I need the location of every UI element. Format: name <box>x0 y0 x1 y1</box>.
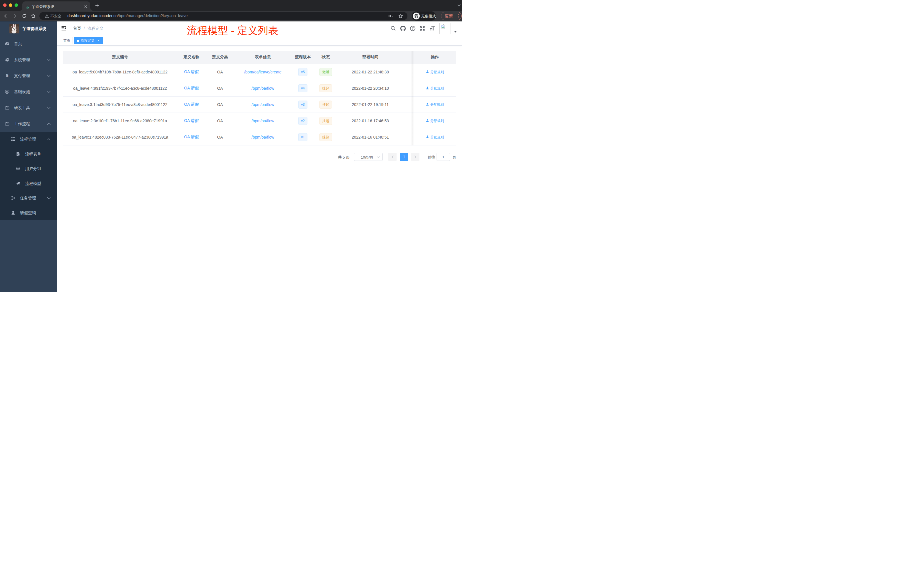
sidebar-item-workflow[interactable]: 工作流程 <box>0 116 57 132</box>
incognito-label: 无痕模式 <box>421 14 436 19</box>
col-header-id: 定义编号 <box>63 51 177 64</box>
page-number-1[interactable]: 1 <box>400 153 408 161</box>
col-header-filler <box>403 51 413 64</box>
assign-rule-button[interactable]: 分配规则 <box>426 119 444 123</box>
incognito-icon <box>413 13 420 20</box>
sidebar-item-label: 系统管理 <box>14 58 30 62</box>
fullscreen-icon[interactable] <box>420 26 425 31</box>
sidebar-item-system[interactable]: 系统管理 <box>0 52 57 68</box>
cell-action: 分配规则 <box>413 64 456 80</box>
address-bar[interactable]: 不安全 dashboard.yudao.iocoder.cn/bpm/manag… <box>40 12 408 20</box>
user-avatar-broken-image[interactable] <box>439 23 451 34</box>
sidebar-item-payment[interactable]: ¥ 支付管理 <box>0 68 57 84</box>
not-secure-label[interactable]: 不安全 <box>50 14 61 19</box>
tab-close-icon[interactable] <box>84 4 88 8</box>
breadcrumb-separator: / <box>84 26 85 31</box>
new-tab-button[interactable] <box>95 3 99 7</box>
tag-active-label: 流程定义 <box>81 39 94 43</box>
assign-rule-button[interactable]: 分配规则 <box>426 70 444 74</box>
version-badge: v3 <box>298 101 308 109</box>
cell-name: OA 请假 <box>177 64 206 80</box>
next-page-button[interactable] <box>411 153 419 161</box>
definition-name-link[interactable]: OA 请假 <box>184 102 198 107</box>
page-size-select[interactable]: 10条/页 <box>354 153 383 161</box>
tag-home[interactable]: 首页 <box>61 37 73 44</box>
cell-id: oa_leave:1:482ec033-762a-11ec-8477-a2380… <box>63 129 177 145</box>
table-header-row: 定义编号 定义名称 定义分类 表单信息 流程版本 状态 部署时间 操作 <box>63 51 456 64</box>
form-link[interactable]: /bpm/oa/flow <box>251 119 274 123</box>
bookmark-star-icon[interactable] <box>398 14 403 18</box>
cell-name: OA 请假 <box>177 96 206 112</box>
sidebar-item-home[interactable]: 首页 <box>0 36 57 52</box>
back-icon[interactable] <box>3 13 8 18</box>
assign-rule-button[interactable]: 分配规则 <box>426 102 444 107</box>
cell-form: /bpm/oa/flow <box>234 112 291 129</box>
chevron-down-icon <box>47 75 51 77</box>
cell-action: 分配规则 <box>413 80 456 96</box>
toolbox-icon <box>5 106 10 110</box>
cell-version: v3 <box>291 96 314 112</box>
browser-tab[interactable]: 芋道管理系统 <box>22 2 90 11</box>
sidebar-item-leave-query[interactable]: 请假查询 <box>0 205 57 220</box>
definition-name-link[interactable]: OA 请假 <box>184 86 198 90</box>
definition-name-link[interactable]: OA 请假 <box>184 135 198 139</box>
cell-category: OA <box>206 129 234 145</box>
home-icon[interactable] <box>31 13 36 18</box>
form-link[interactable]: /bpm/oa/flow <box>251 86 274 91</box>
avatar-dropdown-caret[interactable] <box>454 31 457 33</box>
breadcrumb-home[interactable]: 首页 <box>73 26 81 31</box>
assign-rule-button[interactable]: 分配规则 <box>426 86 444 90</box>
tag-active[interactable]: 流程定义× <box>74 37 103 44</box>
search-icon[interactable] <box>391 26 396 31</box>
sidebar-item-user-group[interactable]: 用户分组 <box>0 161 57 176</box>
form-link[interactable]: /bpm/oa/flow <box>251 102 274 107</box>
font-size-icon[interactable] <box>429 26 435 31</box>
browser-menu-icon[interactable] <box>457 14 459 18</box>
sidebar-item-process-model[interactable]: 流程模型 <box>0 176 57 191</box>
sidebar-submenu-workflow: 流程管理 流程表单 用户分组 <box>0 132 57 220</box>
sidebar-menu: 首页 系统管理 ¥ 支付管理 <box>0 36 57 220</box>
cell-status: 挂起 <box>314 112 337 129</box>
sidebar-item-task-management[interactable]: 任务管理 <box>0 191 57 205</box>
browser-tab-strip: 芋道管理系统 <box>0 0 462 11</box>
table-row: oa_leave:4:991f2193-7b7f-11ec-a3c8-acde4… <box>63 80 456 96</box>
tab-search-icon[interactable] <box>457 4 461 7</box>
table-row: oa_leave:3:1fad3d93-7b75-11ec-a3c8-acde4… <box>63 96 456 112</box>
briefcase-icon <box>5 121 10 126</box>
assign-rule-button[interactable]: 分配规则 <box>426 135 444 139</box>
update-label[interactable]: 更新 <box>445 14 453 19</box>
help-icon[interactable] <box>410 26 416 31</box>
sidebar-item-process-management[interactable]: 流程管理 <box>0 132 57 147</box>
sidebar-logo[interactable]: 芋道管理系统 <box>0 21 57 36</box>
pagination-unit-label: 页 <box>452 155 456 160</box>
sidebar-toggle-icon[interactable] <box>61 26 66 31</box>
not-secure-warning-icon[interactable] <box>45 14 49 18</box>
cell-form: /bpm/oa/leave/create <box>234 64 291 80</box>
definition-name-link[interactable]: OA 请假 <box>184 118 198 123</box>
macos-zoom-button[interactable] <box>15 3 18 7</box>
browser-update-button[interactable]: 更新 <box>441 12 462 20</box>
tag-close-icon[interactable]: × <box>97 37 100 44</box>
macos-minimize-button[interactable] <box>9 3 12 7</box>
cell-category: OA <box>206 80 234 96</box>
form-link[interactable]: /bpm/oa/flow <box>251 135 274 139</box>
definition-name-link[interactable]: OA 请假 <box>184 69 198 74</box>
cell-form: /bpm/oa/flow <box>234 96 291 112</box>
user-icon <box>11 211 15 215</box>
forward-icon[interactable] <box>12 13 17 18</box>
cell-action: 分配规则 <box>413 96 456 112</box>
macos-close-button[interactable] <box>3 3 7 7</box>
form-link[interactable]: /bpm/oa/leave/create <box>244 70 282 74</box>
github-icon[interactable] <box>400 26 406 31</box>
reload-icon[interactable] <box>22 13 27 18</box>
pagination: 共 5 条 10条/页 1 前往 页 <box>0 153 456 161</box>
cell-action: 分配规则 <box>413 129 456 145</box>
browser-toolbar: 不安全 dashboard.yudao.iocoder.cn/bpm/manag… <box>0 11 462 21</box>
password-key-icon[interactable] <box>388 14 394 18</box>
url-text[interactable]: dashboard.yudao.iocoder.cn/bpm/manager/d… <box>68 13 188 18</box>
omnibox-divider <box>64 14 64 18</box>
prev-page-button[interactable] <box>388 153 396 161</box>
sidebar-item-devtools[interactable]: 研发工具 <box>0 100 57 116</box>
sidebar-item-infra[interactable]: 基础设施 <box>0 84 57 100</box>
page-jump-input[interactable] <box>437 153 450 161</box>
